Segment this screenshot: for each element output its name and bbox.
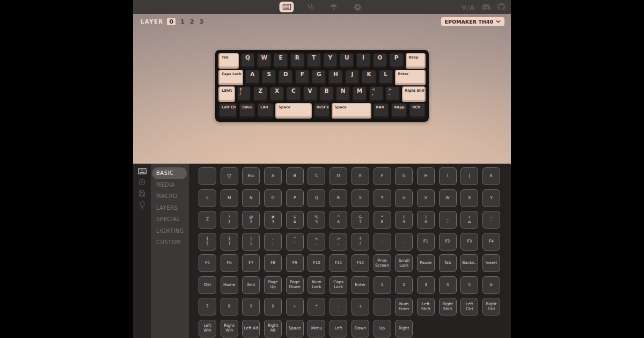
- keycap[interactable]: Tab: [218, 53, 239, 69]
- nav-settings-button[interactable]: [350, 2, 365, 12]
- keycap[interactable]: N: [335, 86, 350, 102]
- keycap[interactable]: O: [372, 53, 387, 69]
- keycode-button[interactable]: # 3: [264, 211, 282, 229]
- keycode-button[interactable]: H: [417, 167, 435, 185]
- keycap[interactable]: W: [257, 53, 272, 69]
- keycode-button[interactable]: P: [286, 189, 304, 207]
- keycode-button[interactable]: R: [330, 189, 347, 207]
- keycode-button[interactable]: Y: [482, 189, 500, 207]
- keycode-button[interactable]: -: [330, 298, 347, 315]
- keycode-button[interactable]: Print Screen: [374, 254, 391, 272]
- keycode-button[interactable]: I: [439, 167, 457, 185]
- keycode-button[interactable]: | \: [242, 233, 260, 251]
- keycap[interactable]: ? /: [237, 86, 252, 102]
- keycode-button[interactable]: J: [460, 167, 478, 185]
- menu-item-special[interactable]: SPECIAL: [151, 214, 189, 225]
- keycode-button[interactable]: Tab: [439, 254, 457, 272]
- keycap[interactable]: K: [361, 70, 376, 85]
- keycode-button[interactable]: F4: [482, 233, 500, 251]
- keycode-button[interactable]: C: [308, 167, 325, 185]
- keycap[interactable]: J: [345, 70, 360, 85]
- keycap[interactable]: Z: [253, 86, 268, 102]
- keycode-button[interactable]: 6: [482, 276, 500, 294]
- keycap[interactable]: B: [319, 86, 334, 102]
- keycode-button[interactable]: Right Alt: [264, 320, 282, 337]
- keycode-button[interactable]: X: [460, 189, 478, 207]
- keycode-button[interactable]: .: [395, 233, 413, 251]
- keycode-button[interactable]: ^ 6: [330, 211, 347, 229]
- keycode-button[interactable]: Num Enter: [395, 298, 413, 315]
- keycap[interactable]: LShft: [218, 86, 235, 102]
- keycode-button[interactable]: M: [221, 189, 238, 207]
- keycap[interactable]: Caps Lock: [218, 70, 243, 85]
- tool-save-button[interactable]: [138, 190, 145, 197]
- keycap[interactable]: F: [295, 70, 310, 85]
- keycode-button[interactable]: Down: [352, 320, 369, 337]
- keycode-button[interactable]: " ': [286, 233, 304, 251]
- keycode-button[interactable]: @ 2: [242, 211, 260, 229]
- keycode-button[interactable]: Left Shift: [417, 298, 435, 315]
- menu-item-media[interactable]: MEDIA: [151, 179, 189, 191]
- keycode-button[interactable]: F11: [330, 254, 347, 272]
- keycode-button[interactable]: 8: [221, 298, 238, 315]
- keycode-button[interactable]: ~ `: [482, 211, 500, 229]
- keycode-button[interactable]: > .: [330, 233, 347, 251]
- nav-design-button[interactable]: [327, 2, 341, 12]
- keycode-button[interactable]: [199, 167, 216, 185]
- layer-2-button[interactable]: 2: [189, 18, 195, 25]
- keycode-button[interactable]: K: [482, 167, 500, 185]
- keycap[interactable]: M: [352, 86, 367, 102]
- github-link[interactable]: [497, 3, 505, 11]
- keycap[interactable]: U: [339, 53, 354, 69]
- keycode-button[interactable]: Left: [330, 320, 347, 337]
- keycode-button[interactable]: F10: [308, 254, 325, 272]
- keycode-button[interactable]: Del: [199, 276, 216, 294]
- keycode-button[interactable]: Pause: [417, 254, 435, 272]
- tool-keyboard-button[interactable]: [138, 168, 147, 174]
- keycap[interactable]: P: [389, 53, 404, 69]
- keycode-button[interactable]: U: [395, 189, 413, 207]
- keycode-button[interactable]: Q: [308, 189, 325, 207]
- keycap[interactable]: LWin: [239, 103, 255, 119]
- keycode-button[interactable]: 1: [374, 276, 391, 294]
- keycode-button[interactable]: D: [330, 167, 347, 185]
- layer-0-button[interactable]: 0: [167, 18, 175, 25]
- keycode-button[interactable]: ÷: [286, 298, 304, 315]
- keycap[interactable]: Q: [240, 53, 255, 69]
- keycap[interactable]: H: [328, 70, 343, 85]
- keycode-button[interactable]: -: [374, 233, 391, 251]
- keycode-button[interactable]: S: [352, 189, 369, 207]
- keycode-button[interactable]: Space: [286, 320, 304, 337]
- keycap[interactable]: I: [356, 53, 371, 69]
- keycode-button[interactable]: { [: [199, 233, 216, 251]
- keycode-button[interactable]: 2: [395, 276, 413, 294]
- keycode-button[interactable]: F8: [264, 254, 282, 272]
- keycode-button[interactable]: 5: [460, 276, 478, 294]
- keycode-button[interactable]: Caps Lock: [330, 276, 347, 294]
- keycode-button[interactable]: F3: [460, 233, 478, 251]
- keycap[interactable]: Enter: [395, 70, 426, 85]
- keycap[interactable]: Bksp: [406, 53, 426, 69]
- keycode-button[interactable]: Num Lock: [308, 276, 325, 294]
- keycode-button[interactable]: : ;: [264, 233, 282, 251]
- keycode-button[interactable]: Page Down: [286, 276, 304, 294]
- keycap[interactable]: Left Ctrl: [218, 103, 237, 119]
- keycap[interactable]: E: [273, 53, 288, 69]
- keycap[interactable]: RCtl: [409, 103, 426, 119]
- keycap[interactable]: G: [311, 70, 326, 85]
- keycap[interactable]: 0x5F10: [313, 103, 330, 119]
- keycode-button[interactable]: Insert: [482, 254, 500, 272]
- menu-item-macro[interactable]: MACRO: [151, 190, 189, 202]
- keycode-button[interactable]: 0: [264, 298, 282, 315]
- menu-item-layers[interactable]: LAYERS: [151, 202, 189, 214]
- keycode-button[interactable]: Left Win: [199, 320, 216, 337]
- keycode-button[interactable]: 9: [242, 298, 260, 315]
- keycap[interactable]: A: [245, 70, 260, 85]
- keycode-button[interactable]: L: [199, 189, 216, 207]
- keycap[interactable]: L: [378, 70, 393, 85]
- keycode-button[interactable]: F9: [286, 254, 304, 272]
- nav-key-tester-button[interactable]: [303, 2, 318, 12]
- keycode-button[interactable]: F: [374, 167, 391, 185]
- keycode-button[interactable]: * 8: [374, 211, 391, 229]
- keycode-button[interactable]: & 7: [352, 211, 369, 229]
